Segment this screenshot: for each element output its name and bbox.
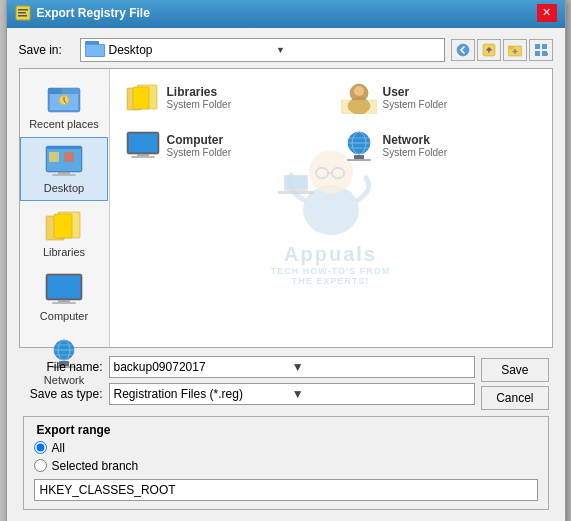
filename-label: File name: <box>23 360 103 374</box>
svg-rect-58 <box>129 134 157 152</box>
watermark-text1: Appuals <box>266 243 396 266</box>
svg-rect-23 <box>47 147 81 149</box>
svg-rect-49 <box>278 191 314 194</box>
file-grid: Appuals TECH HOW-TO'S FROM THE EXPERTS! … <box>110 69 552 347</box>
filename-value: backup09072017 <box>114 360 292 374</box>
svg-point-7 <box>457 44 469 56</box>
svg-rect-30 <box>54 214 72 238</box>
registry-icon <box>15 5 31 21</box>
user-file-info: User System Folder <box>383 85 537 110</box>
file-item-user[interactable]: User System Folder <box>334 77 544 119</box>
radio-selected: Selected branch <box>34 459 538 473</box>
svg-rect-44 <box>316 168 328 178</box>
svg-rect-2 <box>18 12 26 14</box>
computer-file-info: Computer System Folder <box>167 133 321 158</box>
libraries-file-name: Libraries <box>167 85 321 99</box>
save-button[interactable]: Save <box>481 358 548 382</box>
sidebar-item-libraries[interactable]: Libraries <box>20 201 108 265</box>
filename-row: File name: backup09072017 ▼ <box>23 356 476 378</box>
save-in-dropdown[interactable]: Desktop ▼ <box>80 38 445 62</box>
network-file-info: Network System Folder <box>383 133 537 158</box>
filename-dropdown-arrow: ▼ <box>292 360 470 374</box>
views-icon <box>534 43 548 57</box>
dialog-body: Save in: Desktop ▼ <box>7 28 565 522</box>
radio-selected-label: Selected branch <box>52 459 139 473</box>
save-in-value: Desktop <box>109 43 273 57</box>
network-file-name: Network <box>383 133 537 147</box>
user-file-name: User <box>383 85 537 99</box>
file-item-libraries[interactable]: Libraries System Folder <box>118 77 328 119</box>
user-icon <box>341 82 377 114</box>
svg-rect-10 <box>508 46 514 49</box>
libraries-sidebar-icon <box>44 208 84 244</box>
svg-rect-47 <box>284 175 308 191</box>
back-button[interactable] <box>451 39 475 61</box>
branch-input[interactable] <box>34 479 538 501</box>
filename-input[interactable]: backup09072017 ▼ <box>109 356 476 378</box>
libraries-file-type: System Folder <box>167 99 321 110</box>
computer-label: Computer <box>40 310 88 322</box>
svg-rect-6 <box>86 45 104 56</box>
export-registry-dialog: Export Registry File ✕ Save in: Desktop … <box>6 0 566 521</box>
title-bar: Export Registry File ✕ <box>7 0 565 28</box>
filetype-row: Save as type: Registration Files (*.reg)… <box>23 383 476 405</box>
sidebar-item-recent[interactable]: Recent places <box>20 73 108 137</box>
svg-rect-16 <box>542 51 547 56</box>
radio-all-input[interactable] <box>34 441 47 454</box>
svg-rect-13 <box>535 44 540 49</box>
computer-icon <box>125 130 161 162</box>
svg-rect-67 <box>347 159 371 161</box>
network-icon <box>341 130 377 162</box>
svg-rect-56 <box>341 100 377 114</box>
svg-rect-48 <box>285 176 307 189</box>
network-file-type: System Folder <box>383 147 537 158</box>
svg-point-42 <box>303 185 359 235</box>
new-folder-icon <box>508 43 522 57</box>
export-range: Export range All Selected branch <box>23 416 549 510</box>
computer-file-type: System Folder <box>167 147 321 158</box>
recent-places-icon <box>44 80 84 116</box>
svg-rect-60 <box>131 156 155 158</box>
libraries-icon <box>125 82 161 114</box>
libraries-label: Libraries <box>43 246 85 258</box>
up-icon <box>482 43 496 57</box>
user-file-type: System Folder <box>383 99 537 110</box>
file-item-network[interactable]: Network System Folder <box>334 125 544 167</box>
sidebar-item-desktop[interactable]: Desktop <box>20 137 108 201</box>
bottom-form: File name: backup09072017 ▼ Save as type… <box>19 348 553 514</box>
svg-rect-52 <box>133 87 149 109</box>
filetype-input[interactable]: Registration Files (*.reg) ▼ <box>109 383 476 405</box>
svg-rect-45 <box>332 168 344 178</box>
cancel-button[interactable]: Cancel <box>481 386 548 410</box>
svg-rect-1 <box>18 9 28 11</box>
desktop-label: Desktop <box>44 182 84 194</box>
svg-rect-32 <box>48 276 80 298</box>
save-in-label: Save in: <box>19 43 74 57</box>
computer-sidebar-icon <box>44 272 84 308</box>
export-range-title: Export range <box>34 423 114 437</box>
filetype-dropdown-arrow: ▼ <box>292 387 470 401</box>
up-button[interactable] <box>477 39 501 61</box>
svg-point-54 <box>354 86 364 96</box>
radio-selected-input[interactable] <box>34 459 47 472</box>
new-folder-button[interactable] <box>503 39 527 61</box>
back-icon <box>456 43 470 57</box>
file-item-computer[interactable]: Computer System Folder <box>118 125 328 167</box>
svg-rect-18 <box>48 88 62 94</box>
toolbar-buttons <box>451 39 553 61</box>
filetype-value: Registration Files (*.reg) <box>114 387 292 401</box>
desktop-icon <box>44 144 84 180</box>
sidebar-item-computer[interactable]: Computer <box>20 265 108 329</box>
libraries-file-info: Libraries System Folder <box>167 85 321 110</box>
watermark-text3: THE EXPERTS! <box>266 276 396 286</box>
save-in-folder-icon <box>85 41 105 59</box>
radio-all-label: All <box>52 441 65 455</box>
svg-rect-27 <box>64 152 74 162</box>
views-button[interactable] <box>529 39 553 61</box>
svg-rect-34 <box>52 302 76 304</box>
svg-rect-25 <box>52 174 76 176</box>
main-area: Recent places Desktop <box>19 68 553 348</box>
svg-rect-14 <box>542 44 547 49</box>
close-button[interactable]: ✕ <box>537 4 557 22</box>
recent-places-label: Recent places <box>29 118 99 130</box>
